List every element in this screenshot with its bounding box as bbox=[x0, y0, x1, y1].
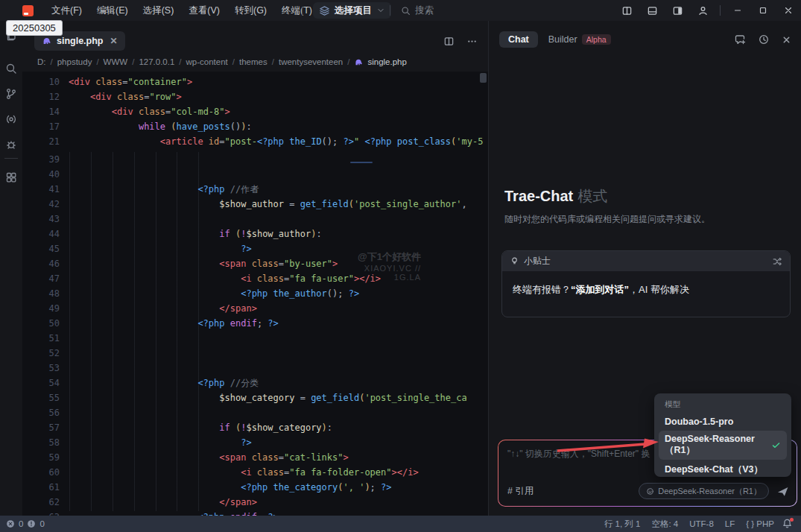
tab-close-icon[interactable]: ✕ bbox=[110, 36, 118, 46]
code-line-10[interactable]: 10<div class="container"> bbox=[22, 75, 488, 89]
breadcrumb-item-7[interactable]: single.php bbox=[354, 57, 406, 67]
code-line-54[interactable]: 54 <?php //分类 bbox=[22, 376, 488, 390]
code-line-21[interactable]: 21 <article id="post-<?php the_ID(); ?>"… bbox=[22, 134, 488, 149]
code-line-12[interactable]: 12 <div class="row"> bbox=[22, 89, 488, 104]
editor-scrollbar[interactable] bbox=[480, 73, 487, 83]
reference-button[interactable]: # 引用 bbox=[507, 485, 534, 498]
code-line-49[interactable]: 49 </span> bbox=[22, 301, 488, 316]
code-line-content: <div class="row"> bbox=[69, 89, 182, 104]
bulb-icon bbox=[510, 256, 519, 266]
code-line-52[interactable]: 52 bbox=[22, 346, 488, 361]
model-option-1[interactable]: DeepSeek-Reasoner（R1） bbox=[659, 431, 787, 460]
line-number: 39 bbox=[22, 152, 69, 167]
code-line-40[interactable]: 40 bbox=[22, 167, 488, 182]
project-picker[interactable]: 选择项目 bbox=[313, 2, 391, 19]
maximize-button[interactable] bbox=[750, 0, 776, 21]
account-icon[interactable] bbox=[690, 0, 715, 21]
shuffle-icon[interactable] bbox=[772, 256, 782, 267]
status-item-0[interactable]: 行 1, 列 1 bbox=[604, 519, 641, 530]
close-button[interactable] bbox=[776, 0, 801, 21]
more-actions-icon[interactable] bbox=[466, 36, 478, 47]
minimize-button[interactable] bbox=[725, 0, 750, 21]
menu-item-2[interactable]: 选择(S) bbox=[136, 0, 182, 21]
menu-item-0[interactable]: 文件(F) bbox=[44, 0, 89, 21]
code-line-63[interactable]: 63 <?php endif; ?> bbox=[22, 510, 488, 516]
model-option-label: DeepSeek-Chat（V3） bbox=[665, 463, 763, 476]
breadcrumb-item-0[interactable]: D: bbox=[37, 57, 46, 66]
close-panel-icon[interactable] bbox=[782, 35, 791, 45]
remote-link-icon[interactable] bbox=[5, 113, 17, 125]
extensions-icon[interactable] bbox=[5, 171, 17, 183]
code-line-62[interactable]: 62 </span> bbox=[22, 495, 488, 510]
breadcrumb-item-2[interactable]: WWW bbox=[104, 57, 128, 66]
code-line-44[interactable]: 44 if (!$show_author): bbox=[22, 227, 488, 241]
layout-split-columns-icon[interactable] bbox=[614, 0, 639, 21]
code-line-55[interactable]: 55 $show_category = get_field('post_sing… bbox=[22, 390, 488, 405]
code-line-51[interactable]: 51 bbox=[22, 331, 488, 346]
line-number: 50 bbox=[22, 316, 69, 331]
model-option-0[interactable]: Doubao-1.5-pro bbox=[659, 414, 787, 430]
tab-chat[interactable]: Chat bbox=[499, 31, 538, 48]
problems-indicator[interactable]: 0 0 bbox=[6, 519, 45, 528]
code-line-59[interactable]: 59 <span class="cat-links"> bbox=[22, 450, 488, 465]
code-line-41[interactable]: 41 <?php //作者 bbox=[22, 182, 488, 197]
line-number: 14 bbox=[22, 104, 69, 119]
code-line-48[interactable]: 48 <?php the_author(); ?> bbox=[22, 286, 488, 301]
code-line-53[interactable]: 53 bbox=[22, 361, 488, 376]
menu-item-1[interactable]: 编辑(E) bbox=[89, 0, 136, 21]
app-window: 文件(F)编辑(E)选择(S)查看(V)转到(G)终端(T)帮助(H) | 选择… bbox=[0, 0, 801, 532]
search-sidebar-icon[interactable] bbox=[5, 63, 17, 75]
code-line-content: <i class="fa fa-user"></i> bbox=[69, 271, 381, 286]
code-line-47[interactable]: 47 <i class="fa fa-user"></i> bbox=[22, 271, 488, 286]
status-item-1[interactable]: 空格: 4 bbox=[651, 519, 678, 530]
global-search[interactable]: 搜索 bbox=[401, 0, 434, 21]
code-line-17[interactable]: 17 while (have_posts()): bbox=[22, 119, 488, 134]
line-number: 45 bbox=[22, 241, 69, 256]
layers-icon bbox=[319, 5, 330, 16]
history-icon[interactable] bbox=[758, 34, 770, 45]
source-control-icon[interactable] bbox=[5, 88, 17, 100]
status-item-2[interactable]: UTF-8 bbox=[689, 519, 714, 528]
code-line-39[interactable]: 39 bbox=[22, 152, 488, 167]
breadcrumb-item-4[interactable]: wp-content bbox=[186, 57, 228, 66]
code-line-46[interactable]: 46 <span class="by-user"> bbox=[22, 256, 488, 271]
code-line-43[interactable]: 43 bbox=[22, 212, 488, 227]
layout-panel-right-icon[interactable] bbox=[665, 0, 690, 21]
code-line-61[interactable]: 61 <?php the_category(', '); ?> bbox=[22, 480, 488, 495]
fold-indicator[interactable] bbox=[350, 162, 373, 163]
breadcrumb-item-3[interactable]: 127.0.0.1 bbox=[139, 57, 174, 66]
code-line-58[interactable]: 58 ?> bbox=[22, 435, 488, 450]
status-item-3[interactable]: LF bbox=[725, 519, 735, 528]
app-logo-icon[interactable] bbox=[22, 5, 34, 16]
chevron-down-icon bbox=[376, 6, 385, 15]
breadcrumb-item-6[interactable]: twentyseventeen bbox=[279, 57, 343, 66]
php-file-icon bbox=[42, 36, 52, 46]
status-item-4[interactable]: { } PHP bbox=[746, 519, 774, 528]
code-line-50[interactable]: 50 <?php endif; ?> bbox=[22, 316, 488, 331]
model-option-2[interactable]: DeepSeek-Chat（V3） bbox=[659, 460, 787, 479]
model-selector-pill[interactable]: DeepSeek-Reasoner（R1） bbox=[639, 483, 769, 499]
split-editor-icon[interactable] bbox=[443, 36, 455, 47]
breadcrumb-item-1[interactable]: phpstudy bbox=[57, 57, 92, 66]
code-editor[interactable]: 10<div class="container">12 <div class="… bbox=[22, 72, 488, 516]
code-line-42[interactable]: 42 $show_author = get_field('post_single… bbox=[22, 197, 488, 212]
code-line-60[interactable]: 60 <i class="fa fa-folder-open"></i> bbox=[22, 465, 488, 480]
layout-panel-bottom-icon[interactable] bbox=[639, 0, 665, 21]
tab-builder[interactable]: Builder Alpha bbox=[548, 34, 611, 45]
code-line-14[interactable]: 14 <div class="col-md-8"> bbox=[22, 104, 488, 119]
alpha-badge: Alpha bbox=[582, 34, 611, 45]
line-number: 56 bbox=[22, 405, 69, 420]
breadcrumb-item-5[interactable]: themes bbox=[239, 57, 267, 66]
code-line-57[interactable]: 57 if (!$show_category): bbox=[22, 420, 488, 435]
error-count: 0 bbox=[19, 519, 23, 528]
code-line-45[interactable]: 45 ?> bbox=[22, 241, 488, 256]
line-number: 58 bbox=[22, 435, 69, 450]
menu-item-4[interactable]: 转到(G) bbox=[227, 0, 274, 21]
code-line-56[interactable]: 56 bbox=[22, 405, 488, 420]
notifications-bell-icon[interactable] bbox=[782, 518, 794, 530]
debug-icon[interactable] bbox=[5, 139, 17, 151]
search-placeholder: 搜索 bbox=[415, 4, 434, 17]
send-icon[interactable] bbox=[776, 485, 789, 498]
new-chat-icon[interactable] bbox=[734, 34, 746, 45]
menu-item-3[interactable]: 查看(V) bbox=[181, 0, 227, 21]
